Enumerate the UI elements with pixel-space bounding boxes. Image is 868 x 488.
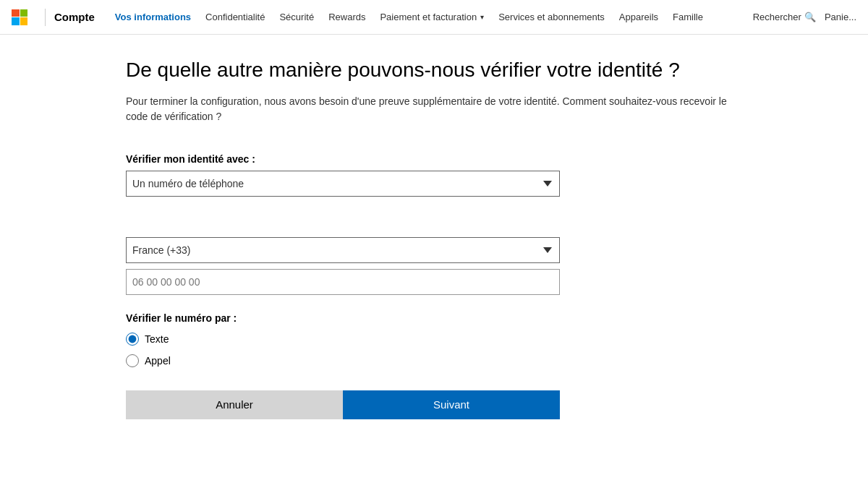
- spacer-2: [126, 263, 742, 269]
- radio-appel-label: Appel: [145, 355, 171, 367]
- ms-logo-blue: [12, 17, 20, 25]
- ms-logo-green: [20, 9, 28, 17]
- button-row: Annuler Suivant: [126, 390, 560, 419]
- radio-item-appel[interactable]: Appel: [126, 354, 742, 367]
- ms-logo-red: [12, 9, 20, 17]
- next-button[interactable]: Suivant: [343, 390, 560, 419]
- ms-logo-yellow: [20, 17, 28, 25]
- nav-link-paiement-label: Paiement et facturation: [380, 12, 477, 22]
- search-label: Rechercher: [753, 12, 801, 22]
- nav-link-paiement[interactable]: Paiement et facturation ▾: [374, 9, 490, 25]
- cancel-button[interactable]: Annuler: [126, 390, 343, 419]
- verify-number-label: Vérifier le numéro par :: [126, 312, 742, 324]
- main-content: De quelle autre manière pouvons-nous vér…: [109, 35, 760, 442]
- page-title: De quelle autre manière pouvons-nous vér…: [126, 58, 742, 82]
- radio-item-texte[interactable]: Texte: [126, 333, 742, 346]
- phone-section: France (+33) Belgique (+32) Suisse (+41)…: [126, 237, 742, 295]
- country-select[interactable]: France (+33) Belgique (+32) Suisse (+41)…: [126, 237, 560, 263]
- nav-link-rewards[interactable]: Rewards: [323, 9, 371, 25]
- radio-group: Texte Appel: [126, 333, 742, 367]
- navbar-divider: [45, 9, 46, 26]
- search-button[interactable]: Rechercher 🔍: [753, 12, 816, 22]
- ms-logo-grid: [12, 9, 27, 25]
- radio-texte[interactable]: [126, 333, 139, 346]
- verify-number-section: Vérifier le numéro par : Texte Appel: [126, 312, 742, 367]
- search-icon: 🔍: [804, 12, 816, 22]
- nav-link-famille[interactable]: Famille: [667, 9, 709, 25]
- navbar-right: Rechercher 🔍 Panie...: [753, 12, 856, 22]
- page-subtitle: Pour terminer la configuration, nous avo…: [126, 94, 742, 124]
- navbar: Compte Vos informations Confidentialité …: [0, 0, 868, 35]
- nav-link-appareils[interactable]: Appareils: [613, 9, 664, 25]
- nav-link-securite[interactable]: Sécurité: [273, 9, 320, 25]
- navbar-brand: Compte: [54, 11, 95, 23]
- phone-input[interactable]: [126, 269, 560, 295]
- verify-method-label: Vérifier mon identité avec :: [126, 153, 742, 165]
- nav-link-services[interactable]: Services et abonnements: [493, 9, 610, 25]
- paiement-chevron-icon: ▾: [480, 13, 484, 21]
- microsoft-logo[interactable]: [12, 9, 27, 25]
- nav-link-confidentialite[interactable]: Confidentialité: [200, 9, 271, 25]
- spacer-1: [126, 214, 742, 237]
- verify-method-select[interactable]: Un numéro de téléphone Une adresse e-mai…: [126, 171, 560, 197]
- navbar-links: Vos informations Confidentialité Sécurit…: [109, 9, 753, 25]
- radio-appel[interactable]: [126, 354, 139, 367]
- radio-texte-label: Texte: [145, 333, 169, 345]
- verify-method-section: Vérifier mon identité avec : Un numéro d…: [126, 153, 742, 197]
- panier-button[interactable]: Panie...: [825, 12, 856, 22]
- nav-link-vos-informations[interactable]: Vos informations: [109, 9, 197, 25]
